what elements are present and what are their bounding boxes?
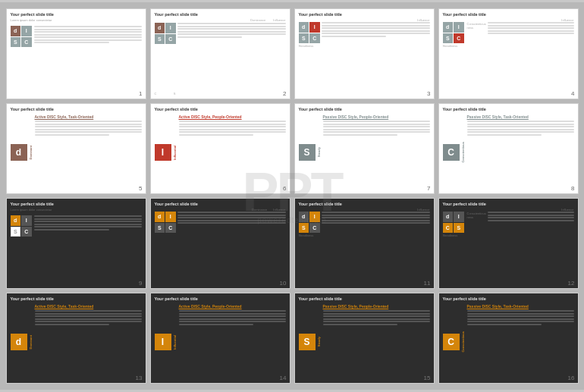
slide-number-1: 1 xyxy=(139,90,142,97)
slide-title-8: Your perfect slide title xyxy=(443,107,574,111)
slide-9[interactable]: Your perfect slide title Lorem ipsum dol… xyxy=(6,198,146,289)
slide-3[interactable]: Your perfect slide title Influence d I S… xyxy=(294,8,435,99)
slide-subtitle-1: Lorem ipsum dolor consectetur xyxy=(11,18,142,22)
slide-title-14: Your perfect slide title xyxy=(155,296,286,301)
slide-10[interactable]: Your perfect slide title DominanceInflue… xyxy=(150,198,290,289)
slide-4[interactable]: Your perfect slide title Influence d I S… xyxy=(438,8,579,99)
slide-title-2: Your perfect slide title xyxy=(155,12,286,17)
slide-13-link: Active DISC Style, Task-Oriented xyxy=(35,304,142,309)
slide-number-15: 15 xyxy=(424,375,431,381)
slide-number-9: 9 xyxy=(139,280,142,287)
slide-14[interactable]: Your perfect slide title I Influential A… xyxy=(150,293,290,384)
slide-14-link: Active DISC Style, People-Oriented xyxy=(179,304,286,309)
slide-number-11: 11 xyxy=(424,280,431,287)
slide-number-4: 4 xyxy=(571,90,574,97)
slide-16-link: Passive DISC Style, Task-Oriented xyxy=(467,304,574,309)
slide-title-5: Your perfect slide title xyxy=(11,107,142,111)
slide-number-16: 16 xyxy=(568,375,575,381)
slide-5-link: Active DISC Style, Task-Oriented xyxy=(35,114,142,119)
disc-grid-1: d I S C xyxy=(11,26,32,47)
slide-8[interactable]: Your perfect slide title C Conscientious… xyxy=(438,103,579,194)
slide-title-1: Your perfect slide title xyxy=(11,12,142,17)
slide-number-6: 6 xyxy=(283,185,286,192)
slide-title-6: Your perfect slide title xyxy=(155,107,286,111)
slide-number-2: 2 xyxy=(283,90,286,97)
slide-5[interactable]: Your perfect slide title d Dominant Acti… xyxy=(6,103,146,194)
slide-number-3: 3 xyxy=(427,90,430,97)
slide-title-10: Your perfect slide title xyxy=(155,202,286,206)
slide-title-12: Your perfect slide title xyxy=(443,202,574,206)
slide-title-15: Your perfect slide title xyxy=(299,296,430,301)
slide-15[interactable]: Your perfect slide title S Steady Passiv… xyxy=(294,293,435,384)
slide-13[interactable]: Your perfect slide title d Dominant Acti… xyxy=(6,293,146,384)
slide-grid: Your perfect slide title Lorem ipsum dol… xyxy=(0,2,584,390)
slide-number-12: 12 xyxy=(568,280,575,287)
slide-number-7: 7 xyxy=(427,185,430,192)
slide-number-10: 10 xyxy=(280,280,287,287)
slide-number-8: 8 xyxy=(571,185,574,192)
slide-number-13: 13 xyxy=(136,375,143,381)
slide-title-11: Your perfect slide title xyxy=(299,202,430,206)
slide-6-link: Active DISC Style, People-Oriented xyxy=(179,114,286,119)
slide-number-5: 5 xyxy=(139,185,142,192)
slide-title-13: Your perfect slide title xyxy=(11,296,142,301)
slide-11[interactable]: Your perfect slide title Influence d I S… xyxy=(294,198,435,289)
slide-7[interactable]: Your perfect slide title S Steady Passiv… xyxy=(294,103,435,194)
slide-title-7: Your perfect slide title xyxy=(299,107,430,111)
slide-6[interactable]: Your perfect slide title I Influential A… xyxy=(150,103,290,194)
slide-16[interactable]: Your perfect slide title C Conscientious… xyxy=(438,293,579,384)
slide-title-4: Your perfect slide title xyxy=(443,12,574,17)
slide-1[interactable]: Your perfect slide title Lorem ipsum dol… xyxy=(6,8,146,99)
slide-title-16: Your perfect slide title xyxy=(443,296,574,301)
slide-number-14: 14 xyxy=(280,375,287,381)
slide-title-3: Your perfect slide title xyxy=(299,12,430,17)
slide-2[interactable]: Your perfect slide title Dominance Influ… xyxy=(150,8,290,99)
slide-title-9: Your perfect slide title xyxy=(11,202,142,206)
slide-8-link: Passive DISC Style, Task-Oriented xyxy=(467,114,574,119)
slide-12[interactable]: Your perfect slide title Influence d I C… xyxy=(438,198,579,289)
slide-15-link: Passive DISC Style, People-Oriented xyxy=(323,304,430,309)
slide-7-link: Passive DISC Style, People-Oriented xyxy=(323,114,430,119)
